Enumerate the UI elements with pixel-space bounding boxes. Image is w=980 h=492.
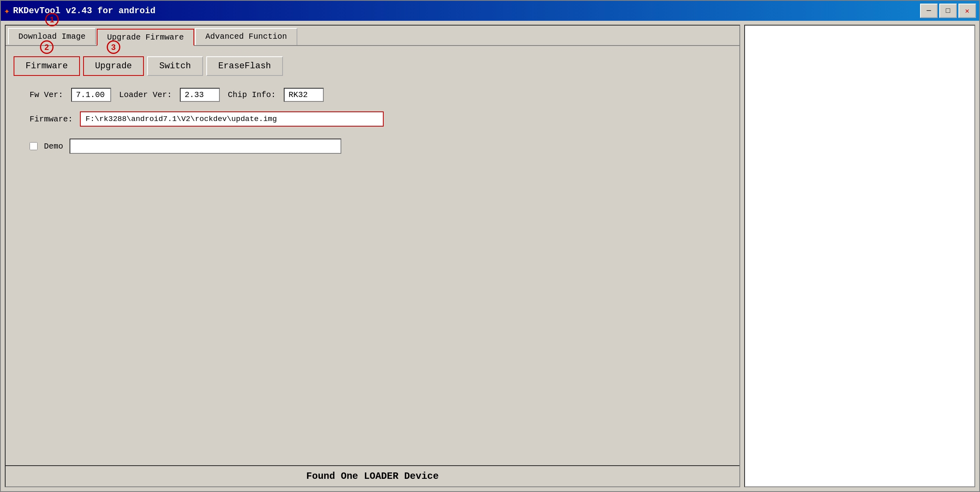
annotation-1: 1 bbox=[45, 13, 59, 26]
left-panel: 1 Download Image Upgrade Firmware Advanc… bbox=[5, 25, 740, 487]
fw-ver-value: 7.1.00 bbox=[71, 88, 111, 102]
title-bar-buttons: ─ □ ✕ bbox=[920, 4, 976, 18]
demo-input[interactable] bbox=[70, 139, 341, 154]
main-window: ✦ RKDevTool v2.43 for android ─ □ ✕ 1 Do… bbox=[0, 0, 980, 492]
chip-info-label: Chip Info: bbox=[228, 90, 276, 99]
app-icon: ✦ bbox=[4, 5, 10, 17]
firmware-path-input[interactable] bbox=[80, 111, 384, 127]
window-content: 1 Download Image Upgrade Firmware Advanc… bbox=[1, 21, 979, 491]
title-bar-left: ✦ RKDevTool v2.43 for android bbox=[4, 5, 155, 17]
tab-download-image[interactable]: Download Image bbox=[8, 28, 96, 44]
upgrade-button[interactable]: Upgrade bbox=[83, 56, 144, 76]
loader-ver-label: Loader Ver: bbox=[119, 90, 172, 99]
window-title: RKDevTool v2.43 for android bbox=[13, 6, 155, 16]
maximize-button[interactable]: □ bbox=[939, 4, 957, 18]
tab-advanced-function[interactable]: Advanced Function bbox=[195, 28, 297, 45]
annotation-3: 3 bbox=[107, 40, 120, 54]
firmware-button[interactable]: Firmware bbox=[14, 56, 80, 76]
switch-button[interactable]: Switch bbox=[147, 56, 203, 76]
demo-row: Demo bbox=[30, 139, 731, 154]
demo-checkbox[interactable] bbox=[30, 142, 38, 150]
loader-ver-value: 2.33 bbox=[180, 88, 220, 102]
action-buttons: 2 Firmware 3 Upgrade Switch bbox=[14, 56, 731, 76]
firmware-path-label: Firmware: bbox=[30, 115, 74, 124]
title-bar: ✦ RKDevTool v2.43 for android ─ □ ✕ bbox=[1, 1, 979, 21]
firmware-path-row: Firmware: bbox=[30, 111, 731, 127]
status-message: Found One LOADER Device bbox=[306, 471, 438, 482]
firmware-info-row: Fw Ver: 7.1.00 Loader Ver: 2.33 Chip Inf… bbox=[30, 88, 731, 102]
annotation-2: 2 bbox=[40, 40, 54, 54]
tab-content: 2 Firmware 3 Upgrade Switch bbox=[6, 46, 739, 465]
close-button[interactable]: ✕ bbox=[958, 4, 976, 18]
eraseflash-button[interactable]: EraseFlash bbox=[206, 56, 283, 76]
fw-ver-label: Fw Ver: bbox=[30, 90, 63, 99]
demo-label: Demo bbox=[44, 142, 63, 151]
status-bar: Found One LOADER Device bbox=[6, 465, 739, 486]
right-panel bbox=[744, 25, 975, 487]
chip-info-value: RK32 bbox=[284, 88, 324, 102]
minimize-button[interactable]: ─ bbox=[920, 4, 938, 18]
